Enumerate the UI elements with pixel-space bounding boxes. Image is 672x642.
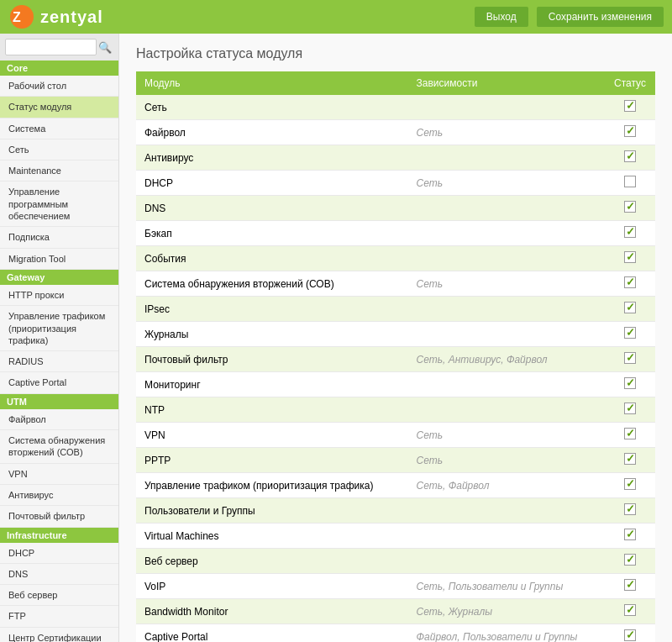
sidebar-item[interactable]: Антивирус xyxy=(0,485,118,506)
save-button[interactable]: Сохранить изменения xyxy=(537,7,664,27)
sidebar-section-header: UTM xyxy=(0,394,118,409)
table-row: ФайрволСеть xyxy=(136,120,655,145)
status-checkbox[interactable] xyxy=(624,478,636,490)
table-row: VPNСеть xyxy=(136,423,655,448)
status-cell xyxy=(605,171,655,196)
status-checkbox[interactable] xyxy=(624,100,636,112)
table-row: Пользователи и Группы xyxy=(136,498,655,524)
status-checkbox[interactable] xyxy=(624,251,636,263)
sidebar-item[interactable]: RADIUS xyxy=(0,351,118,372)
status-checkbox[interactable] xyxy=(624,302,636,313)
table-row: PPTPСеть xyxy=(136,448,655,473)
sidebar-item[interactable]: Статус модуля xyxy=(0,97,118,118)
table-row: События xyxy=(136,246,655,271)
main-content: Настройка статуса модуля Модуль Зависимо… xyxy=(119,34,672,642)
sidebar-item[interactable]: Подписка xyxy=(0,227,118,248)
status-checkbox[interactable] xyxy=(624,503,636,515)
table-row: IPsec xyxy=(136,297,655,322)
status-checkbox[interactable] xyxy=(624,226,636,238)
module-cell: Почтовый фильтр xyxy=(136,347,408,372)
modules-table: Модуль Зависимости Статус СетьФайрволСет… xyxy=(136,71,655,642)
col-status: Статус xyxy=(605,71,655,95)
dependency-cell xyxy=(408,397,605,423)
status-cell xyxy=(605,423,655,448)
status-checkbox[interactable] xyxy=(624,125,636,137)
status-checkbox[interactable] xyxy=(624,352,636,364)
sidebar-item[interactable]: Файрвол xyxy=(0,409,118,430)
sidebar-item[interactable]: Центр Сертификации xyxy=(0,628,118,642)
dependency-cell: Сеть xyxy=(408,120,605,145)
table-row: Веб сервер xyxy=(136,549,655,574)
col-dependencies: Зависимости xyxy=(408,71,605,95)
module-cell: Система обнаружения вторжений (СОВ) xyxy=(136,271,408,297)
dependency-cell: Сеть xyxy=(408,448,605,473)
sidebar-item[interactable]: DNS xyxy=(0,564,118,585)
sidebar-item[interactable]: Рабочий стол xyxy=(0,76,118,97)
sidebar-item[interactable]: Почтовый фильтр xyxy=(0,506,118,527)
svg-text:Z: Z xyxy=(13,10,21,24)
status-checkbox[interactable] xyxy=(624,377,636,389)
table-header-row: Модуль Зависимости Статус xyxy=(136,71,655,95)
search-icon-button[interactable]: 🔍 xyxy=(97,41,113,54)
status-checkbox[interactable] xyxy=(624,403,636,414)
dependency-cell xyxy=(408,372,605,397)
search-input[interactable] xyxy=(5,39,97,55)
sidebar-item[interactable]: Система обнаружения вторжений (СОВ) xyxy=(0,430,118,464)
dependency-cell xyxy=(408,524,605,549)
module-cell: Антивирус xyxy=(136,145,408,171)
status-cell xyxy=(605,145,655,171)
table-row: Система обнаружения вторжений (СОВ)Сеть xyxy=(136,271,655,297)
table-row: Мониторинг xyxy=(136,372,655,397)
sidebar-item[interactable]: Сеть xyxy=(0,139,118,160)
sidebar-sections: CoreРабочий столСтатус модуляСистемаСеть… xyxy=(0,61,118,642)
sidebar-item[interactable]: Система xyxy=(0,118,118,139)
status-checkbox[interactable] xyxy=(624,276,636,288)
status-checkbox[interactable] xyxy=(624,529,636,540)
status-checkbox[interactable] xyxy=(624,176,636,187)
dependency-cell: Сеть xyxy=(408,171,605,196)
zentyal-logo-icon: Z xyxy=(8,3,35,30)
sidebar-item[interactable]: Управление программным обеспечением xyxy=(0,182,118,227)
sidebar-item[interactable]: Captive Portal xyxy=(0,372,118,393)
sidebar-item[interactable]: HTTP прокси xyxy=(0,285,118,306)
status-checkbox[interactable] xyxy=(624,629,636,641)
status-checkbox[interactable] xyxy=(624,604,636,616)
table-row: Почтовый фильтрСеть, Антивирус, Файрвол xyxy=(136,347,655,372)
sidebar-item[interactable]: Веб сервер xyxy=(0,585,118,606)
sidebar-item[interactable]: FTP xyxy=(0,606,118,627)
status-checkbox[interactable] xyxy=(624,327,636,339)
logout-button[interactable]: Выход xyxy=(475,7,528,27)
status-cell xyxy=(605,246,655,271)
sidebar-item[interactable]: DHCP xyxy=(0,543,118,564)
dependency-cell xyxy=(408,196,605,221)
status-cell xyxy=(605,397,655,423)
status-checkbox[interactable] xyxy=(624,201,636,213)
status-checkbox[interactable] xyxy=(624,554,636,566)
table-row: Сеть xyxy=(136,95,655,120)
dependency-cell xyxy=(408,297,605,322)
dependency-cell: Сеть xyxy=(408,423,605,448)
sidebar-item[interactable]: Migration Tool xyxy=(0,249,118,270)
status-checkbox[interactable] xyxy=(624,150,636,162)
dependency-cell: Файрвол, Пользователи и Группы xyxy=(408,624,605,643)
col-module: Модуль xyxy=(136,71,408,95)
module-cell: VPN xyxy=(136,423,408,448)
topbar-actions: Выход Сохранить изменения xyxy=(475,7,664,27)
status-cell xyxy=(605,574,655,599)
dependency-cell xyxy=(408,145,605,171)
status-cell xyxy=(605,448,655,473)
status-checkbox[interactable] xyxy=(624,428,636,439)
dependency-cell xyxy=(408,246,605,271)
sidebar-item[interactable]: Maintenance xyxy=(0,160,118,182)
dependency-cell: Сеть, Файрвол xyxy=(408,473,605,498)
table-row: Бэкап xyxy=(136,221,655,246)
status-checkbox[interactable] xyxy=(624,579,636,591)
table-row: Captive PortalФайрвол, Пользователи и Гр… xyxy=(136,624,655,643)
module-cell: PPTP xyxy=(136,448,408,473)
status-checkbox[interactable] xyxy=(624,453,636,465)
dependency-cell: Сеть, Антивирус, Файрвол xyxy=(408,347,605,372)
table-row: Антивирус xyxy=(136,145,655,171)
sidebar-item[interactable]: VPN xyxy=(0,464,118,485)
status-cell xyxy=(605,322,655,347)
sidebar-item[interactable]: Управление трафиком (приоритизация трафи… xyxy=(0,306,118,351)
